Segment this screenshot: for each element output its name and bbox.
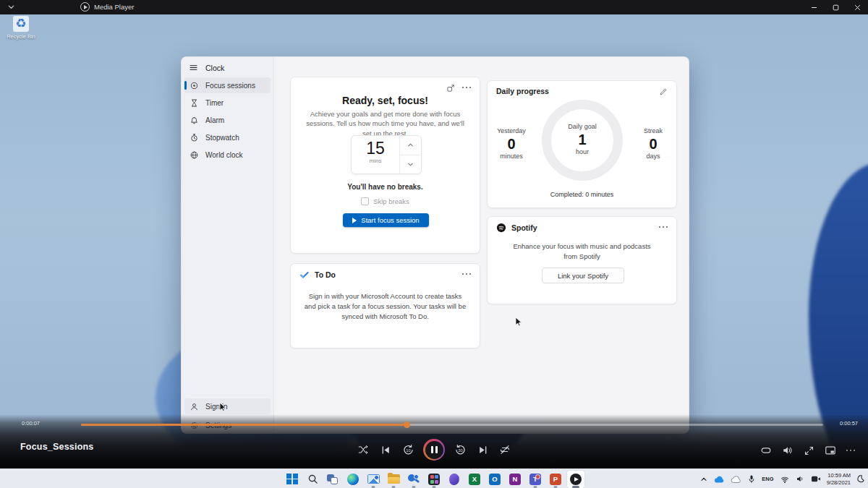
streak-unit: days bbox=[628, 153, 678, 160]
more-options-icon[interactable] bbox=[659, 226, 668, 228]
sidebar-item-stopwatch[interactable]: Stopwatch bbox=[184, 129, 271, 145]
search-icon bbox=[307, 474, 318, 484]
taskbar-app-onenote[interactable]: N bbox=[506, 471, 524, 488]
mail-icon bbox=[367, 474, 380, 484]
taskbar-app-outlook[interactable]: O bbox=[486, 471, 503, 488]
playback-speed-icon[interactable] bbox=[760, 445, 772, 456]
minimize-button[interactable] bbox=[803, 0, 825, 14]
svg-text:30: 30 bbox=[458, 448, 463, 453]
sign-in-button[interactable]: Sign in bbox=[184, 398, 271, 414]
taskbar-app-mail[interactable] bbox=[365, 471, 382, 488]
player-right-controls bbox=[760, 445, 855, 456]
elapsed-time: 0:00:07 bbox=[22, 420, 40, 427]
task-view-button[interactable] bbox=[324, 471, 341, 488]
minutes-value[interactable]: 15 bbox=[352, 140, 399, 157]
daily-goal-value: 1 bbox=[557, 132, 608, 147]
tray-chevron-up-icon[interactable] bbox=[699, 475, 708, 484]
more-options-icon[interactable] bbox=[462, 273, 471, 275]
completed-text: Completed: 0 minutes bbox=[488, 191, 676, 198]
duration-time: 0:00:57 bbox=[840, 420, 858, 427]
taskbar-app-powerpoint[interactable]: P bbox=[547, 471, 564, 488]
shuffle-icon[interactable] bbox=[356, 439, 370, 461]
sidebar-item-focus-sessions[interactable]: Focus sessions bbox=[184, 77, 271, 93]
focus-card-title: Ready, set, focus! bbox=[291, 95, 480, 106]
outlook-icon: O bbox=[489, 474, 501, 485]
timer-icon bbox=[190, 98, 199, 108]
decrease-minutes-button[interactable] bbox=[400, 155, 421, 174]
increase-minutes-button[interactable] bbox=[400, 136, 421, 155]
onedrive-cloud-icon[interactable] bbox=[714, 475, 725, 484]
repeat-off-icon[interactable] bbox=[498, 439, 512, 461]
window-controls bbox=[803, 0, 868, 14]
taskbar-app-photos[interactable] bbox=[425, 471, 443, 488]
popout-icon[interactable] bbox=[446, 84, 455, 93]
todo-card: To Do Sign in with your Microsoft Accoun… bbox=[290, 263, 480, 348]
language-indicator[interactable]: ENG bbox=[762, 476, 773, 482]
taskbar-app-teams[interactable]: T bbox=[527, 471, 544, 488]
clock-sidebar: Clock Focus sessions Timer Alarm Stopwa bbox=[182, 57, 274, 433]
fullscreen-icon[interactable] bbox=[804, 445, 814, 456]
next-track-icon[interactable] bbox=[475, 439, 490, 461]
menu-icon[interactable] bbox=[189, 63, 198, 72]
close-button[interactable] bbox=[846, 0, 868, 14]
start-focus-session-button[interactable]: Start focus session bbox=[343, 213, 429, 227]
purple-app-icon bbox=[448, 473, 460, 486]
maximize-button[interactable] bbox=[825, 0, 846, 14]
rewind-10-icon[interactable]: 10 bbox=[401, 439, 415, 461]
system-tray: ENG 10:59 AM 9/28/2021 bbox=[699, 469, 865, 488]
wifi-icon[interactable] bbox=[780, 475, 790, 484]
taskbar-app-file-explorer[interactable] bbox=[385, 471, 402, 488]
forward-30-icon[interactable]: 30 bbox=[453, 439, 467, 461]
yesterday-value: 0 bbox=[486, 136, 537, 152]
focus-assist-moon-icon[interactable] bbox=[856, 474, 865, 484]
taskbar-app-excel[interactable]: X bbox=[466, 471, 483, 488]
player-controls-overlay: 0:00:07 0:00:57 Focus_Sessions 10 30 bbox=[0, 414, 868, 468]
start-button[interactable] bbox=[284, 471, 301, 488]
volume-tray-icon[interactable] bbox=[796, 474, 805, 484]
pause-button[interactable] bbox=[423, 439, 445, 461]
focus-sessions-icon bbox=[190, 81, 199, 90]
tray-clock[interactable]: 10:59 AM 9/28/2021 bbox=[827, 472, 851, 486]
skip-breaks-checkbox[interactable] bbox=[361, 197, 369, 205]
link-spotify-button[interactable]: Link your Spotify bbox=[542, 267, 624, 283]
collapse-chevron-icon[interactable] bbox=[7, 3, 15, 11]
mini-player-icon[interactable] bbox=[825, 445, 836, 456]
task-view-icon bbox=[327, 474, 339, 485]
daily-goal-unit: hour bbox=[557, 148, 608, 155]
clock-main-area: Ready, set, focus! Achieve your goals an… bbox=[274, 57, 689, 433]
media-player-app-icon bbox=[80, 2, 90, 12]
video-frame[interactable]: ♻ Recycle Bin Clock Focus sessions Ti bbox=[0, 14, 868, 468]
skip-breaks-label: Skip breaks bbox=[373, 197, 409, 205]
stopwatch-icon bbox=[190, 133, 199, 142]
app-title: Clock bbox=[205, 64, 224, 72]
microphone-icon[interactable] bbox=[747, 474, 756, 484]
more-options-icon[interactable] bbox=[846, 450, 855, 451]
taskbar-app-media-player[interactable] bbox=[567, 471, 584, 488]
daily-progress-title: Daily progress bbox=[496, 87, 549, 95]
taskbar-app-edge[interactable] bbox=[344, 471, 362, 488]
camera-icon[interactable] bbox=[811, 475, 821, 483]
taskbar-app-purple[interactable] bbox=[446, 471, 463, 488]
sidebar-item-timer[interactable]: Timer bbox=[184, 95, 271, 111]
onenote-icon: N bbox=[509, 474, 521, 485]
sidebar-item-alarm[interactable]: Alarm bbox=[184, 112, 271, 128]
recycle-bin-label: Recycle Bin bbox=[4, 33, 38, 40]
minutes-stepper: 15 mins bbox=[351, 135, 422, 174]
recycle-bin-shortcut[interactable]: ♻ Recycle Bin bbox=[4, 16, 38, 40]
previous-track-icon[interactable] bbox=[378, 439, 393, 461]
more-options-icon[interactable] bbox=[462, 87, 471, 88]
spotify-card: Spotify Enhance your focus with music an… bbox=[487, 216, 677, 304]
search-button[interactable] bbox=[304, 471, 321, 488]
seek-bar[interactable] bbox=[81, 424, 823, 426]
tray-time: 10:59 AM bbox=[827, 472, 851, 479]
sidebar-item-world-clock[interactable]: World clock bbox=[184, 147, 271, 163]
todo-card-body: Sign in with your Microsoft Account to c… bbox=[304, 291, 467, 321]
taskbar-app-chat[interactable] bbox=[405, 471, 422, 488]
yesterday-unit: minutes bbox=[486, 153, 537, 160]
cloud-icon[interactable] bbox=[731, 475, 741, 484]
edge-icon bbox=[347, 474, 359, 485]
edit-pencil-icon[interactable] bbox=[659, 87, 668, 96]
powerpoint-icon: P bbox=[550, 474, 561, 485]
excel-icon: X bbox=[469, 474, 480, 485]
volume-icon[interactable] bbox=[782, 445, 793, 456]
